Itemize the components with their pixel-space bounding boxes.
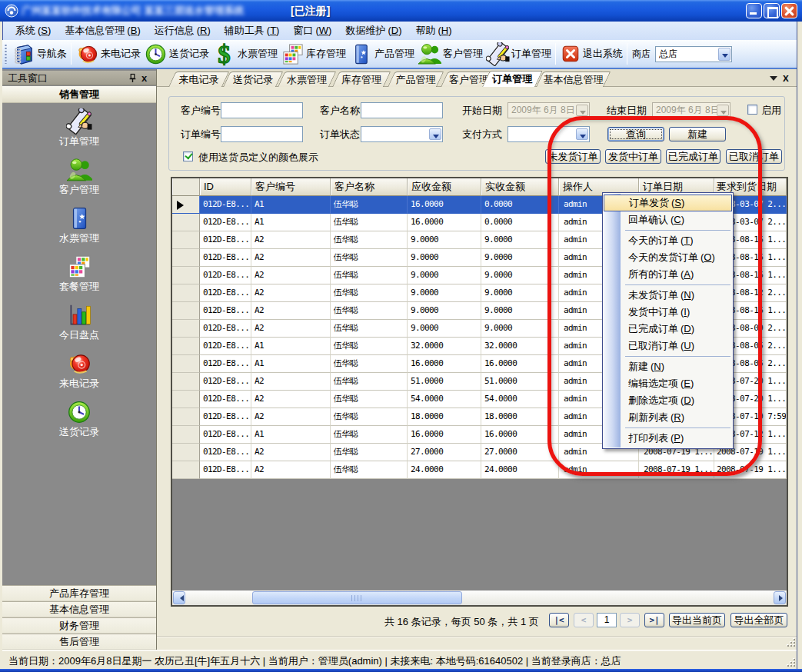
row-selector-cell <box>172 231 200 249</box>
sidebar-item-label: 套餐管理 <box>59 280 99 294</box>
shop-combobox[interactable]: 总店 <box>655 46 732 62</box>
scrollbar-thumb[interactable] <box>252 591 462 604</box>
order-no-input[interactable] <box>221 126 303 142</box>
menu-item-W[interactable]: 窗口(W) <box>286 22 338 40</box>
grid-cell: A2 <box>251 373 331 391</box>
delivery-color-label: 使用送货员定义的颜色展示 <box>198 149 318 165</box>
window-resize-grip[interactable] <box>786 657 796 667</box>
toolbar-button[interactable]: 来电记录 <box>74 42 142 66</box>
prev-page-button[interactable]: < <box>574 613 594 627</box>
export-all-pages-button[interactable]: 导出全部页 <box>730 613 787 627</box>
first-page-button[interactable]: |< <box>549 613 569 627</box>
sidebar-item[interactable]: 套餐管理 <box>59 254 99 302</box>
sidebar-section-bar[interactable]: 财务管理 <box>2 617 156 634</box>
sidebar-item[interactable]: 订单管理 <box>59 108 99 157</box>
sidebar-close-icon[interactable]: x <box>141 72 151 84</box>
next-page-button[interactable]: > <box>620 613 640 627</box>
red-annotation-circle <box>547 116 762 476</box>
tab-close-icon[interactable]: x <box>783 72 789 84</box>
shop-selector-group: 商店 总店 <box>632 46 732 62</box>
grid-column-header[interactable] <box>172 178 200 196</box>
row-selector-cell <box>172 373 200 391</box>
enable-date-checkbox[interactable] <box>747 105 757 115</box>
chevron-down-icon[interactable] <box>718 48 730 61</box>
sidebar-item[interactable]: 水票管理 <box>59 205 99 254</box>
toolbar-button[interactable]: 库存管理 <box>279 42 348 66</box>
panel-resize-grip[interactable] <box>786 637 796 647</box>
tab-订单管理[interactable]: 订单管理 <box>482 71 543 87</box>
tab-水票管理[interactable]: 水票管理 <box>278 72 336 87</box>
order-status-combobox[interactable] <box>361 126 443 142</box>
title-bar[interactable]: 广州某某软件技术有限公司 某某三层送水管理系统 [已注册] <box>0 0 802 22</box>
row-selector-cell <box>172 391 200 408</box>
menu-bar: 系统(S)基本信息管理(B)运行信息(R)辅助工具(T)窗口(W)数据维护(D)… <box>2 22 797 40</box>
menu-item-H[interactable]: 帮助(H) <box>408 22 458 40</box>
tool-window-caption[interactable]: 工具窗口 x <box>2 71 156 85</box>
sidebar-group-header[interactable]: 销售管理 <box>2 86 156 103</box>
sidebar-section-bar[interactable]: 基本信息管理 <box>2 601 156 617</box>
row-selector-cell <box>172 320 200 338</box>
tab-list-dropdown-icon[interactable] <box>770 76 777 81</box>
grid-column-header[interactable]: 客户编号 <box>251 178 331 196</box>
sidebar-item[interactable]: 来电记录 <box>59 351 99 399</box>
horizontal-scrollbar[interactable] <box>172 590 787 605</box>
toolbar-separator <box>555 43 556 65</box>
last-page-button[interactable]: >| <box>644 613 664 627</box>
sidebar-item[interactable]: 今日盘点 <box>59 302 99 351</box>
tab-库存管理[interactable]: 库存管理 <box>332 72 391 87</box>
toolbar-items: 导航条来电记录送货记录水票管理库存管理产品管理客户管理订单管理退出系统 <box>10 42 630 66</box>
page-number-input[interactable]: 1 <box>597 613 617 627</box>
customer-no-input[interactable] <box>221 102 303 118</box>
toolbar-button-label: 送货记录 <box>169 47 209 61</box>
toolbar-button[interactable]: 导航条 <box>10 42 68 66</box>
customer-name-input[interactable] <box>361 102 443 118</box>
enable-date-label: 启用 <box>761 102 781 118</box>
menu-item-T[interactable]: 辅助工具(T) <box>218 22 287 40</box>
grid-cell: 24.0000 <box>408 461 481 479</box>
grid-cell: 伍华聪 <box>331 302 408 320</box>
menu-item-S[interactable]: 系统(S) <box>8 22 58 40</box>
toolbar-button[interactable]: 水票管理 <box>211 42 279 66</box>
chevron-down-icon[interactable] <box>429 128 441 140</box>
tab-基本信息管理[interactable]: 基本信息管理 <box>536 72 611 87</box>
close-button[interactable] <box>781 3 797 18</box>
grid-cell: 伍华聪 <box>331 231 408 249</box>
tab-label: 送货记录 <box>227 72 278 87</box>
toolbar-drag-grip[interactable] <box>5 44 7 64</box>
delivery-color-checkbox[interactable] <box>183 151 193 161</box>
scroll-right-icon[interactable] <box>774 591 786 604</box>
toolbar: 导航条来电记录送货记录水票管理库存管理产品管理客户管理订单管理退出系统 商店 总… <box>2 40 797 69</box>
chevron-down-icon <box>576 105 588 116</box>
sidebar-item[interactable]: 送货记录 <box>59 399 99 447</box>
toolbar-button[interactable]: 产品管理 <box>348 42 416 66</box>
grid-cell: 012D-E8... <box>200 320 251 338</box>
tab-产品管理[interactable]: 产品管理 <box>388 72 444 87</box>
maximize-button[interactable] <box>764 3 780 18</box>
panel-divider <box>157 636 797 637</box>
menu-item-B[interactable]: 基本信息管理(B) <box>58 22 147 40</box>
sidebar-items: 订单管理客户管理水票管理套餐管理今日盘点来电记录送货记录 <box>2 103 156 447</box>
sidebar-section-bar[interactable]: 产品库存管理 <box>2 585 156 601</box>
export-current-page-button[interactable]: 导出当前页 <box>669 613 725 627</box>
toolbar-button[interactable]: 送货记录 <box>142 42 211 66</box>
sidebar-item[interactable]: 客户管理 <box>59 157 99 205</box>
grid-column-header[interactable]: ID <box>200 178 251 196</box>
toolbar-button-label: 库存管理 <box>306 47 346 61</box>
sidebar-section-bar[interactable]: 售后管理 <box>2 634 156 650</box>
tab-送货记录[interactable]: 送货记录 <box>223 72 283 87</box>
grid-cell: 012D-E8... <box>200 231 251 249</box>
pin-icon[interactable] <box>128 73 138 83</box>
grid-cell: 18.0000 <box>408 408 481 426</box>
toolbar-button[interactable]: 订单管理 <box>484 42 553 66</box>
toolbar-button[interactable]: 客户管理 <box>416 42 484 66</box>
grid-cell: A2 <box>251 284 331 302</box>
tab-来电记录[interactable]: 来电记录 <box>168 72 229 87</box>
grid-column-header[interactable]: 应收金额 <box>408 178 481 196</box>
menu-item-D[interactable]: 数据维护(D) <box>338 22 408 40</box>
grid-cell: A2 <box>251 302 331 320</box>
scroll-left-icon[interactable] <box>173 591 185 604</box>
grid-column-header[interactable]: 客户名称 <box>331 178 408 196</box>
menu-item-R[interactable]: 运行信息(R) <box>148 22 218 40</box>
minimize-button[interactable] <box>746 3 762 18</box>
toolbar-button[interactable]: 退出系统 <box>558 45 624 63</box>
